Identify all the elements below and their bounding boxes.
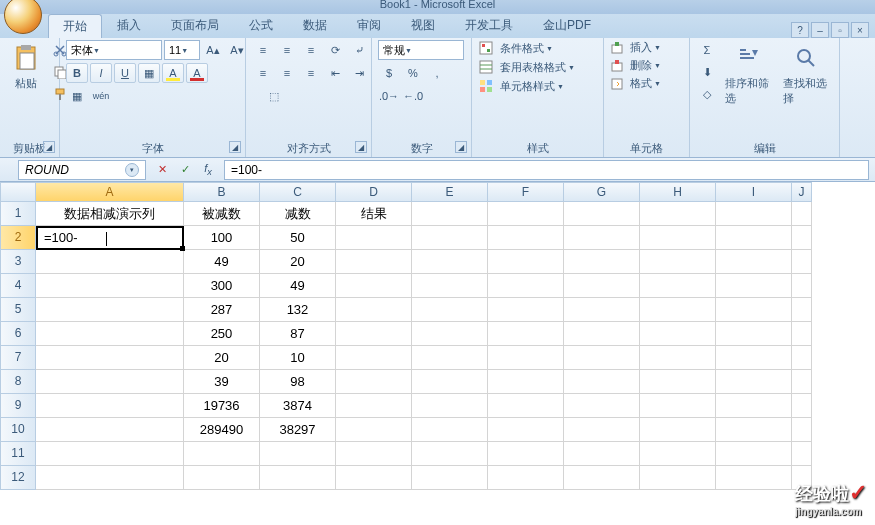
col-header-B[interactable]: B — [184, 182, 260, 202]
cell-G2[interactable] — [564, 226, 640, 250]
cell-I12[interactable] — [716, 466, 792, 490]
cell-B4[interactable]: 300 — [184, 274, 260, 298]
font-dialog[interactable]: ◢ — [229, 141, 241, 153]
cell-E5[interactable] — [412, 298, 488, 322]
number-format[interactable]: 常规▼ — [378, 40, 464, 60]
cell-F2[interactable] — [488, 226, 564, 250]
indent-inc[interactable]: ⇥ — [348, 63, 370, 83]
comma[interactable]: , — [426, 63, 448, 83]
tab-view[interactable]: 视图 — [396, 13, 450, 38]
cell-E3[interactable] — [412, 250, 488, 274]
cell-A1[interactable]: 数据相减演示列 — [36, 202, 184, 226]
cell-H11[interactable] — [640, 442, 716, 466]
col-header-J[interactable]: J — [792, 182, 812, 202]
cell-E7[interactable] — [412, 346, 488, 370]
cell-A2[interactable] — [36, 226, 184, 250]
cell-C7[interactable]: 10 — [260, 346, 336, 370]
row-header-8[interactable]: 8 — [0, 370, 36, 394]
cell-H5[interactable] — [640, 298, 716, 322]
cell-H3[interactable] — [640, 250, 716, 274]
row-header-7[interactable]: 7 — [0, 346, 36, 370]
row-header-4[interactable]: 4 — [0, 274, 36, 298]
border-button[interactable]: ▦ — [138, 63, 160, 83]
cell-F3[interactable] — [488, 250, 564, 274]
tab-home[interactable]: 开始 — [48, 14, 102, 38]
cell-J5[interactable] — [792, 298, 812, 322]
merge-cells[interactable]: ⬚ — [252, 86, 296, 106]
cell-J6[interactable] — [792, 322, 812, 346]
cell-E11[interactable] — [412, 442, 488, 466]
cell-B8[interactable]: 39 — [184, 370, 260, 394]
cell-B10[interactable]: 289490 — [184, 418, 260, 442]
cell-B12[interactable] — [184, 466, 260, 490]
cell-D4[interactable] — [336, 274, 412, 298]
cell-C10[interactable]: 38297 — [260, 418, 336, 442]
clear-button[interactable]: ◇ — [696, 84, 718, 104]
cell-I5[interactable] — [716, 298, 792, 322]
table-format[interactable]: 套用表格格式▼ — [478, 59, 578, 75]
cell-D7[interactable] — [336, 346, 412, 370]
cell-E4[interactable] — [412, 274, 488, 298]
cell-A6[interactable] — [36, 322, 184, 346]
col-header-E[interactable]: E — [412, 182, 488, 202]
cell-H2[interactable] — [640, 226, 716, 250]
fill-color[interactable]: A — [162, 63, 184, 83]
row-header-6[interactable]: 6 — [0, 322, 36, 346]
cond-format[interactable]: 条件格式▼ — [478, 40, 556, 56]
cancel-formula[interactable]: ✕ — [152, 161, 172, 179]
cell-G9[interactable] — [564, 394, 640, 418]
cell-H1[interactable] — [640, 202, 716, 226]
clipboard-dialog[interactable]: ◢ — [43, 141, 55, 153]
cell-F8[interactable] — [488, 370, 564, 394]
cell-H12[interactable] — [640, 466, 716, 490]
find-select[interactable]: 查找和选择 — [779, 40, 834, 108]
bold-button[interactable]: B — [66, 63, 88, 83]
cell-G11[interactable] — [564, 442, 640, 466]
cell-styles[interactable]: 单元格样式▼ — [478, 78, 567, 94]
cell-A5[interactable] — [36, 298, 184, 322]
cell-B6[interactable]: 250 — [184, 322, 260, 346]
shrink-font[interactable]: A▾ — [226, 40, 248, 60]
cell-C12[interactable] — [260, 466, 336, 490]
cell-J9[interactable] — [792, 394, 812, 418]
cell-E9[interactable] — [412, 394, 488, 418]
inc-decimal[interactable]: .0→ — [378, 86, 400, 106]
cell-I10[interactable] — [716, 418, 792, 442]
cell-D2[interactable] — [336, 226, 412, 250]
cell-G4[interactable] — [564, 274, 640, 298]
row-header-11[interactable]: 11 — [0, 442, 36, 466]
cell-J10[interactable] — [792, 418, 812, 442]
col-header-C[interactable]: C — [260, 182, 336, 202]
col-header-H[interactable]: H — [640, 182, 716, 202]
row-header-10[interactable]: 10 — [0, 418, 36, 442]
close-icon[interactable]: × — [851, 22, 869, 38]
col-header-A[interactable]: A — [36, 182, 184, 202]
cell-D12[interactable] — [336, 466, 412, 490]
underline-button[interactable]: U — [114, 63, 136, 83]
cell-A7[interactable] — [36, 346, 184, 370]
percent[interactable]: % — [402, 63, 424, 83]
align-mid[interactable]: ≡ — [276, 40, 298, 60]
name-box[interactable]: ROUND▾ — [18, 160, 146, 180]
minimize-ribbon[interactable]: – — [811, 22, 829, 38]
cell-A9[interactable] — [36, 394, 184, 418]
cell-B2[interactable]: 100 — [184, 226, 260, 250]
format-cells[interactable]: 格式▼ — [610, 76, 664, 91]
cell-I9[interactable] — [716, 394, 792, 418]
indent-dec[interactable]: ⇤ — [324, 63, 346, 83]
cell-E12[interactable] — [412, 466, 488, 490]
cell-C6[interactable]: 87 — [260, 322, 336, 346]
align-top[interactable]: ≡ — [252, 40, 274, 60]
cell-H9[interactable] — [640, 394, 716, 418]
border2[interactable]: ▦ — [66, 86, 88, 106]
cell-E6[interactable] — [412, 322, 488, 346]
sort-filter[interactable]: 排序和筛选 — [721, 40, 776, 108]
cell-J11[interactable] — [792, 442, 812, 466]
orientation[interactable]: ⟳ — [324, 40, 346, 60]
tab-insert[interactable]: 插入 — [102, 13, 156, 38]
cell-D5[interactable] — [336, 298, 412, 322]
cell-E1[interactable] — [412, 202, 488, 226]
grow-font[interactable]: A▴ — [202, 40, 224, 60]
cell-B3[interactable]: 49 — [184, 250, 260, 274]
cell-F7[interactable] — [488, 346, 564, 370]
